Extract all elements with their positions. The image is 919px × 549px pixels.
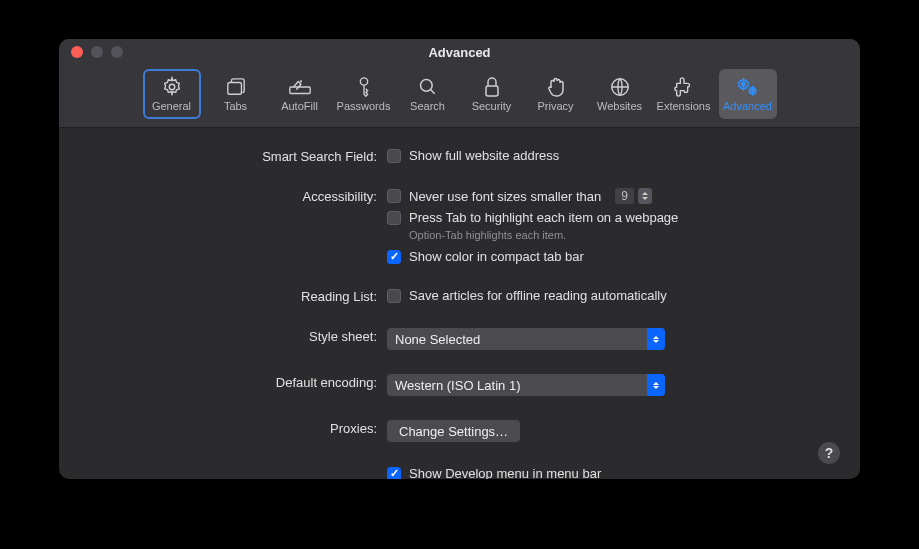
- svg-point-5: [420, 80, 432, 92]
- toolbar-security[interactable]: Security: [463, 69, 521, 119]
- toolbar-label: Websites: [597, 100, 642, 112]
- toolbar-autofill[interactable]: AutoFill: [271, 69, 329, 119]
- window-title: Advanced: [59, 45, 860, 60]
- help-button[interactable]: ?: [818, 442, 840, 464]
- chevron-up-down-icon: [647, 374, 665, 396]
- show-develop-label: Show Develop menu in menu bar: [409, 466, 601, 479]
- toolbar-label: Security: [472, 100, 512, 112]
- help-label: ?: [825, 445, 834, 461]
- titlebar: Advanced: [59, 39, 860, 65]
- default-encoding-select[interactable]: Western (ISO Latin 1): [387, 374, 665, 396]
- never-use-font-checkbox[interactable]: [387, 189, 401, 203]
- press-tab-checkbox[interactable]: [387, 211, 401, 225]
- default-encoding-value: Western (ISO Latin 1): [387, 378, 647, 393]
- style-sheet-label: Style sheet:: [89, 328, 387, 344]
- save-offline-checkbox[interactable]: [387, 289, 401, 303]
- show-color-label: Show color in compact tab bar: [409, 249, 584, 264]
- toolbar-websites[interactable]: Websites: [591, 69, 649, 119]
- preferences-window: Advanced General Tabs AutoFill Passwords: [59, 39, 860, 479]
- svg-rect-6: [486, 86, 498, 96]
- show-develop-checkbox[interactable]: [387, 467, 401, 480]
- toolbar-extensions[interactable]: Extensions: [655, 69, 713, 119]
- toolbar-advanced[interactable]: Advanced: [719, 69, 777, 119]
- show-color-checkbox[interactable]: [387, 250, 401, 264]
- svg-rect-1: [227, 82, 241, 94]
- toolbar-general[interactable]: General: [143, 69, 201, 119]
- key-icon: [355, 76, 373, 98]
- gear-icon: [161, 76, 183, 98]
- zoom-window-button[interactable]: [111, 46, 123, 58]
- toolbar-label: General: [152, 100, 191, 112]
- never-use-font-label: Never use font sizes smaller than: [409, 189, 601, 204]
- pencil-icon: [288, 76, 312, 98]
- puzzle-icon: [673, 76, 695, 98]
- change-settings-button[interactable]: Change Settings…: [387, 420, 520, 442]
- smart-search-label: Smart Search Field:: [89, 148, 387, 164]
- close-window-button[interactable]: [71, 46, 83, 58]
- svg-point-3: [300, 81, 301, 82]
- content-pane: Smart Search Field: Show full website ad…: [59, 128, 860, 479]
- font-size-stepper[interactable]: [638, 188, 652, 204]
- press-tab-hint: Option-Tab highlights each item.: [409, 229, 830, 241]
- show-full-address-checkbox[interactable]: [387, 149, 401, 163]
- minimize-window-button[interactable]: [91, 46, 103, 58]
- toolbar-label: Search: [410, 100, 445, 112]
- save-offline-label: Save articles for offline reading automa…: [409, 288, 667, 303]
- toolbar-label: Extensions: [657, 100, 711, 112]
- tabs-icon: [225, 76, 247, 98]
- toolbar-passwords[interactable]: Passwords: [335, 69, 393, 119]
- change-settings-label: Change Settings…: [399, 424, 508, 439]
- proxies-label: Proxies:: [89, 420, 387, 436]
- svg-rect-2: [289, 87, 309, 93]
- toolbar-label: Passwords: [337, 100, 391, 112]
- svg-point-9: [751, 89, 754, 92]
- accessibility-label: Accessibility:: [89, 188, 387, 204]
- toolbar-privacy[interactable]: Privacy: [527, 69, 585, 119]
- globe-icon: [609, 76, 631, 98]
- press-tab-label: Press Tab to highlight each item on a we…: [409, 210, 678, 225]
- svg-point-8: [741, 82, 745, 86]
- style-sheet-select[interactable]: None Selected: [387, 328, 665, 350]
- toolbar-label: AutoFill: [281, 100, 318, 112]
- svg-point-0: [169, 84, 175, 90]
- svg-point-4: [360, 78, 367, 85]
- reading-list-label: Reading List:: [89, 288, 387, 304]
- chevron-up-down-icon: [647, 328, 665, 350]
- toolbar-label: Privacy: [537, 100, 573, 112]
- toolbar-tabs[interactable]: Tabs: [207, 69, 265, 119]
- lock-icon: [483, 76, 501, 98]
- preferences-toolbar: General Tabs AutoFill Passwords Search: [59, 65, 860, 128]
- search-icon: [418, 76, 438, 98]
- style-sheet-value: None Selected: [387, 332, 647, 347]
- toolbar-label: Tabs: [224, 100, 247, 112]
- toolbar-search[interactable]: Search: [399, 69, 457, 119]
- toolbar-label: Advanced: [723, 100, 772, 112]
- window-controls: [59, 46, 123, 58]
- default-encoding-label: Default encoding:: [89, 374, 387, 390]
- hand-icon: [546, 76, 566, 98]
- font-size-value: 9: [615, 188, 634, 204]
- show-full-address-label: Show full website address: [409, 148, 559, 163]
- gears-icon: [736, 76, 760, 98]
